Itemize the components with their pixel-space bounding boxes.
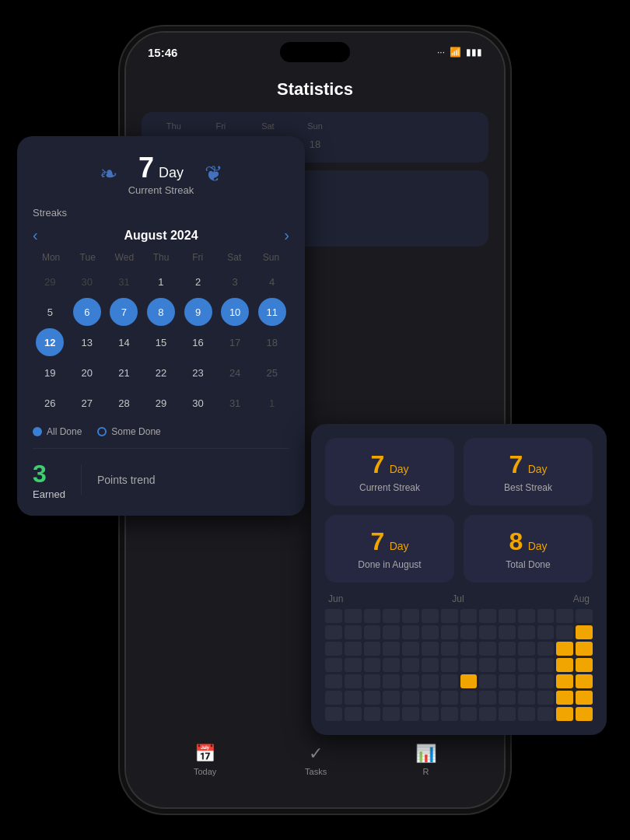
hm-cell-81 (537, 691, 555, 705)
stats-grid: 7 Day Current Streak 7 Day Best Streak 7… (325, 438, 593, 583)
dh-wed: Wed (106, 252, 142, 263)
cal-day-24[interactable]: 24 (221, 359, 249, 387)
hm-cell-13 (576, 609, 593, 623)
hm-cell-57 (345, 674, 362, 688)
hm-cell-22 (479, 625, 496, 639)
hm-cell-78 (479, 691, 496, 705)
cal-day-19[interactable]: 19 (36, 359, 64, 387)
divider (81, 464, 82, 495)
cal-day-13[interactable]: 13 (73, 328, 101, 356)
hm-cell-62 (441, 674, 458, 688)
cal-day-10[interactable]: 10 (221, 298, 249, 326)
next-month-button[interactable]: › (284, 226, 289, 244)
hm-cell-80 (518, 691, 535, 705)
streak-sublabel: Current Streak (128, 184, 194, 196)
some-done-label: Some Done (111, 426, 160, 437)
dh-mon: Mon (33, 252, 69, 263)
cal-day-21[interactable]: 21 (110, 359, 138, 387)
cal-day-12[interactable]: 12 (36, 328, 64, 356)
hm-cell-39 (537, 642, 555, 656)
done-in-aug-unit: Day (390, 540, 409, 552)
hm-cell-21 (460, 625, 478, 639)
cal-day-29-prev[interactable]: 29 (36, 268, 64, 296)
hm-cell-92 (479, 707, 496, 721)
cal-day-5[interactable]: 5 (36, 298, 64, 326)
cal-day-9[interactable]: 9 (184, 298, 212, 326)
hm-cell-83 (576, 691, 593, 705)
cal-day-29[interactable]: 29 (147, 389, 175, 417)
hm-cell-7 (460, 609, 478, 623)
activity-heatmap (325, 609, 593, 721)
hm-cell-68 (556, 674, 573, 688)
hm-cell-5 (422, 609, 439, 623)
cal-day-1-next[interactable]: 1 (258, 389, 286, 417)
cal-day-26[interactable]: 26 (36, 389, 64, 417)
current-streak-label: Current Streak (338, 482, 442, 493)
status-time: 15:46 (148, 46, 177, 59)
cal-day-14[interactable]: 14 (110, 328, 138, 356)
hm-cell-88 (402, 707, 419, 721)
prev-month-button[interactable]: ‹ (33, 226, 38, 244)
hm-cell-66 (518, 674, 535, 688)
hm-cell-36 (479, 642, 496, 656)
legend-all-done: All Done (33, 426, 82, 437)
best-streak-value-row: 7 Day (476, 450, 580, 479)
cal-day-22[interactable]: 22 (147, 359, 175, 387)
streaks-section-label: Streaks (33, 207, 289, 219)
streak-big-num: 7 (138, 152, 154, 184)
hm-cell-51 (499, 658, 516, 672)
cal-day-30[interactable]: 30 (184, 389, 212, 417)
hm-cell-64 (479, 674, 496, 688)
hm-cell-38 (518, 642, 535, 656)
cal-day-18[interactable]: 18 (258, 328, 286, 356)
cal-day-7[interactable]: 7 (110, 298, 138, 326)
dh-fri: Fri (180, 252, 216, 263)
streak-header: ❧ 7 Day Current Streak ❦ (33, 152, 289, 196)
cal-day-3[interactable]: 3 (221, 268, 249, 296)
cal-day-6[interactable]: 6 (73, 298, 101, 326)
cal-day-4[interactable]: 4 (258, 268, 286, 296)
points-trend-label: Points trend (97, 474, 156, 486)
hm-cell-89 (422, 707, 439, 721)
cal-day-25[interactable]: 25 (258, 359, 286, 387)
hm-cell-28 (325, 642, 342, 656)
hm-cell-18 (402, 625, 419, 639)
cal-day-2[interactable]: 2 (184, 268, 212, 296)
floating-stats-card: 7 Day Current Streak 7 Day Best Streak 7… (311, 424, 607, 735)
cal-day-11[interactable]: 11 (258, 298, 286, 326)
calendar-day-headers: Mon Tue Wed Thu Fri Sat Sun (33, 252, 289, 263)
hm-cell-94 (518, 707, 535, 721)
stat-current-streak: 7 Day Current Streak (325, 438, 454, 506)
done-in-aug-num: 7 (370, 527, 384, 555)
month-jul: Jul (452, 593, 464, 604)
cal-day-28[interactable]: 28 (110, 389, 138, 417)
hm-cell-29 (345, 642, 362, 656)
cal-day-31[interactable]: 31 (221, 389, 249, 417)
cal-day-23[interactable]: 23 (184, 359, 212, 387)
all-done-label: All Done (47, 426, 82, 437)
hm-cell-87 (383, 707, 400, 721)
right-laurel-icon: ❦ (205, 161, 222, 187)
cal-day-27[interactable]: 27 (73, 389, 101, 417)
cal-day-31-prev[interactable]: 31 (110, 268, 138, 296)
status-icons: ··· 📶 ▮▮▮ (437, 47, 482, 58)
hm-cell-85 (345, 707, 362, 721)
hm-cell-10 (518, 609, 535, 623)
best-streak-label: Best Streak (476, 482, 580, 493)
cal-day-17[interactable]: 17 (221, 328, 249, 356)
cal-day-8[interactable]: 8 (147, 298, 175, 326)
hm-cell-86 (364, 707, 381, 721)
dh-sun: Sun (253, 252, 289, 263)
total-done-value-row: 8 Day (476, 527, 580, 556)
cal-day-1[interactable]: 1 (147, 268, 175, 296)
cal-day-16[interactable]: 16 (184, 328, 212, 356)
total-done-unit: Day (528, 540, 548, 552)
hm-cell-2 (364, 609, 381, 623)
hm-cell-60 (402, 674, 419, 688)
cal-day-20[interactable]: 20 (73, 359, 101, 387)
hm-cell-41 (576, 642, 593, 656)
cal-day-30-prev[interactable]: 30 (73, 268, 101, 296)
cal-day-15[interactable]: 15 (147, 328, 175, 356)
hm-cell-45 (383, 658, 400, 672)
activity-months-row: Jun Jul Aug (325, 593, 593, 604)
